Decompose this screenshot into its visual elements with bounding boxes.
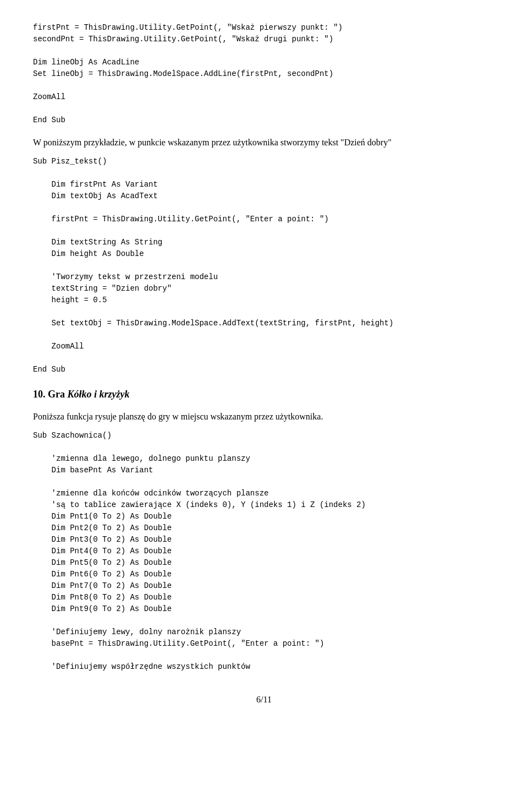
prose-paragraph-2: Poniższa funkcja rysuje planszę do gry w… (33, 410, 495, 423)
code-block-2: Sub Pisz_tekst() Dim firstPnt As Variant… (33, 156, 495, 375)
section-number: 10. (33, 389, 46, 400)
section-title-italic: Kółko i krzyżyk (68, 389, 130, 400)
section-10-heading: 10. Gra Kółko i krzyżyk (33, 389, 495, 400)
section-title-prefix: Gra (48, 389, 68, 400)
page-number: 6/11 (33, 695, 495, 705)
code-block-3: Sub Szachownica() 'zmienna dla lewego, d… (33, 430, 495, 673)
prose-paragraph-1: W poniższym przykładzie, w punkcie wskaz… (33, 136, 495, 149)
page-content: firstPnt = ThisDrawing.Utility.GetPoint(… (33, 22, 495, 673)
code-block-1: firstPnt = ThisDrawing.Utility.GetPoint(… (33, 22, 495, 126)
